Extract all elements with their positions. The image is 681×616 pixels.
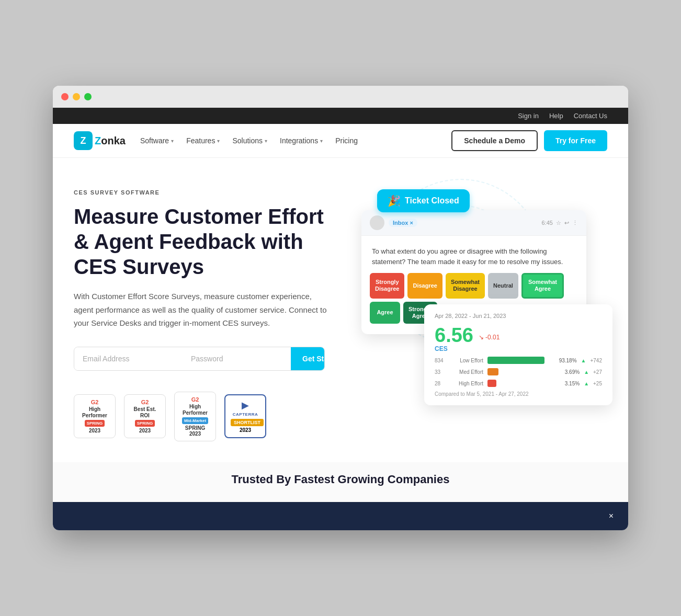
ces-agree-btn[interactable]: Agree <box>370 302 400 324</box>
nav-item-solutions[interactable]: Solutions ▾ <box>232 136 267 145</box>
g2-best-roi-badge: G2 Best Est. ROI SPRING 2023 <box>124 394 166 438</box>
try-free-button[interactable]: Try for Free <box>544 130 607 151</box>
ticket-emoji: 🎉 <box>388 195 401 207</box>
ticket-closed-bubble: 🎉 Ticket Closed <box>377 189 470 212</box>
ces-strongly-disagree-btn[interactable]: StronglyDisagree <box>370 273 404 298</box>
hero-title: Measure Customer Effort & Agent Feedback… <box>74 204 330 279</box>
ces-somewhat-agree-btn[interactable]: SomewhatAgree <box>521 273 564 298</box>
g2-mid-market-badge: G2 High Performer Mid-Market SPRING 2023 <box>174 392 216 441</box>
stat-change-3: +25 <box>593 381 602 386</box>
trusted-title: Trusted By Fastest Growing Companies <box>74 473 607 486</box>
stats-date: Apr 28, 2022 - Jun 21, 2023 <box>435 313 602 319</box>
star-icon: ☆ <box>556 220 561 226</box>
logo-text: Zonka <box>95 135 126 147</box>
badge-tag-1: SPRING <box>85 420 105 427</box>
trusted-section: Trusted By Fastest Growing Companies <box>53 462 628 502</box>
survey-question-text: To what extent do you agree or disagree … <box>361 236 586 273</box>
stats-card: Apr 28, 2022 - Jun 21, 2023 6.56 ↘ -0.01… <box>424 304 612 405</box>
g2-icon: G2 <box>80 399 110 405</box>
minimize-dot[interactable] <box>73 93 80 100</box>
stat-bar-1 <box>487 357 544 364</box>
chevron-down-icon: ▾ <box>171 138 174 144</box>
stat-bar-wrapper-1 <box>487 357 555 364</box>
ces-somewhat-disagree-btn[interactable]: SomewhatDisagree <box>446 273 485 298</box>
survey-card-header: Inbox × 6:45 ☆ ↩ ⋮ <box>361 210 586 236</box>
capterra-shortlist: SHORTLIST <box>231 419 264 426</box>
signup-form: Get Started <box>74 347 325 371</box>
stat-bar-wrapper-2 <box>487 368 561 375</box>
ces-neutral-btn[interactable]: Neutral <box>488 273 518 298</box>
capterra-badge: ▶ Capterra SHORTLIST 2023 <box>224 394 266 438</box>
get-started-button[interactable]: Get Started <box>291 347 325 370</box>
survey-card-header-left: Inbox × <box>370 215 417 230</box>
schedule-demo-button[interactable]: Schedule a Demo <box>451 130 538 151</box>
stats-change: ↘ -0.01 <box>479 334 500 341</box>
stat-change-1: +742 <box>590 358 602 363</box>
badge-title-1: High Performer <box>80 406 110 419</box>
stat-pct-3: 3.15% <box>565 381 580 386</box>
ces-label: CES <box>435 345 602 352</box>
logo[interactable]: Z Zonka <box>74 131 126 150</box>
badge-year-1: 2023 <box>80 428 110 434</box>
mockup-container: 🎉 Ticket Closed Inbox × 6:45 ☆ ↩ <box>361 189 607 313</box>
stat-count-1: 834 <box>435 358 445 363</box>
browser-chrome <box>53 86 628 108</box>
nav-item-software[interactable]: Software ▾ <box>140 136 174 145</box>
badge-tag-2: SPRING <box>135 420 155 427</box>
stat-label-2: Med Effort <box>449 369 483 375</box>
password-input[interactable] <box>183 347 291 370</box>
badge-title-2: Best Est. ROI <box>130 406 160 419</box>
capterra-year: 2023 <box>231 427 260 433</box>
hero-right: 🎉 Ticket Closed Inbox × 6:45 ☆ ↩ <box>351 189 607 388</box>
stat-row-med-effort: 33 Med Effort 3.69% ▲ +27 <box>435 368 602 375</box>
capterra-icon: ▶ <box>231 400 260 411</box>
email-input[interactable] <box>74 347 183 370</box>
nav-right: Schedule a Demo Try for Free <box>451 130 607 151</box>
g2-high-performer-badge: G2 High Performer SPRING 2023 <box>74 394 116 438</box>
nav-item-integrations[interactable]: Integrations ▾ <box>280 136 323 145</box>
close-dot[interactable] <box>61 93 69 100</box>
trend-down-icon: ↘ <box>479 334 484 341</box>
hero-section: CES SURVEY SOFTWARE Measure Customer Eff… <box>53 158 628 462</box>
contact-link[interactable]: Contact Us <box>574 112 607 120</box>
ticket-closed-label: Ticket Closed <box>405 196 459 206</box>
g2-icon-3: G2 <box>180 396 210 403</box>
nav-menu: Software ▾ Features ▾ Solutions ▾ Integr… <box>140 136 358 145</box>
hero-badge: CES SURVEY SOFTWARE <box>74 189 330 196</box>
stat-pct-2: 3.69% <box>565 369 580 375</box>
stat-row-high-effort: 28 High Effort 3.15% ▲ +25 <box>435 380 602 387</box>
stat-pct-1: 93.18% <box>559 358 577 363</box>
cookie-close-button[interactable]: × <box>605 509 618 523</box>
stat-change-2: +27 <box>593 369 602 375</box>
chevron-down-icon: ▾ <box>217 138 220 144</box>
help-link[interactable]: Help <box>549 112 563 120</box>
inbox-tag: Inbox × <box>389 219 417 227</box>
reply-icon: ↩ <box>564 220 569 226</box>
arrow-up-icon-2: ▲ <box>584 369 589 375</box>
stat-row-low-effort: 834 Low Effort 93.18% ▲ +742 <box>435 357 602 364</box>
stat-bar-3 <box>487 380 496 387</box>
badge-tag-3: Mid-Market <box>182 417 208 424</box>
ces-disagree-btn[interactable]: Disagree <box>407 273 442 298</box>
logo-icon: Z <box>74 131 93 150</box>
nav-item-features[interactable]: Features ▾ <box>186 136 220 145</box>
badge-year-2: 2023 <box>130 428 160 434</box>
stat-label-1: Low Effort <box>449 358 483 363</box>
signin-link[interactable]: Sign in <box>518 112 539 120</box>
nav-item-pricing[interactable]: Pricing <box>335 136 358 145</box>
g2-icon-2: G2 <box>130 399 160 405</box>
stat-label-3: High Effort <box>449 381 483 386</box>
chevron-down-icon: ▾ <box>320 138 323 144</box>
award-badges: G2 High Performer SPRING 2023 G2 Best Es… <box>74 392 330 441</box>
stat-count-2: 33 <box>435 369 445 375</box>
capterra-title: Capterra <box>231 412 260 417</box>
avatar <box>370 215 384 230</box>
arrow-up-icon-1: ▲ <box>581 358 586 363</box>
browser-window: Sign in Help Contact Us Z Zonka Software… <box>53 86 628 530</box>
stats-score-section: 6.56 ↘ -0.01 <box>435 325 602 345</box>
nav-left: Z Zonka Software ▾ Features ▾ Solutions … <box>74 131 358 150</box>
more-icon: ⋮ <box>572 220 578 226</box>
arrow-up-icon-3: ▲ <box>584 381 589 386</box>
stat-count-3: 28 <box>435 381 445 386</box>
maximize-dot[interactable] <box>84 93 92 100</box>
